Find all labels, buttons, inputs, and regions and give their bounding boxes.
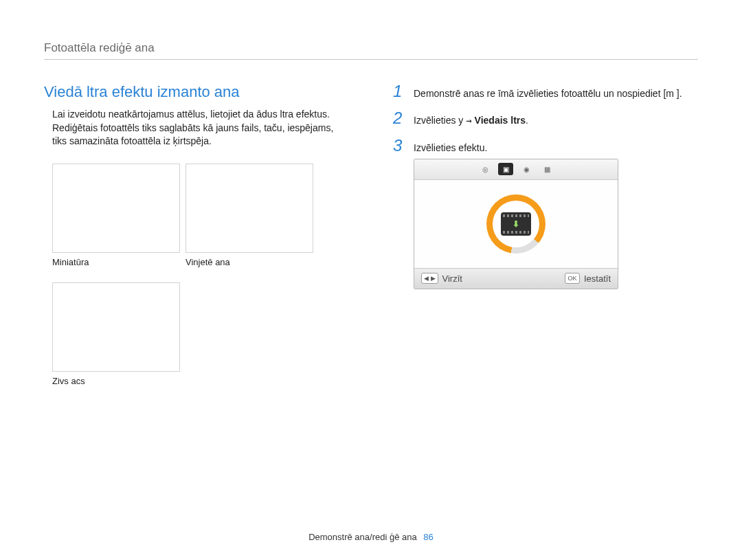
effect-thumbnail (52, 282, 180, 372)
effect-cell: Miniatūra (52, 164, 180, 267)
progress-ring-icon: ⬇ (486, 194, 546, 254)
download-arrow-icon: ⬇ (513, 219, 519, 229)
footer-left-label: Virzīt (442, 273, 462, 284)
effect-thumbnail (186, 164, 313, 253)
section-title: Viedā ltra efektu izmanto ana (44, 83, 349, 101)
step-text: Demonstrē anas re īmā izvēlieties fotoat… (414, 83, 682, 100)
left-column: Viedā ltra efektu izmanto ana Lai izveid… (44, 83, 349, 401)
step-list: 1 Demonstrē anas re īmā izvēlieties foto… (393, 83, 698, 155)
section-body: Lai izveidotu neatkārtojamus attēlus, li… (44, 108, 349, 148)
header-title: Fotoattēla rediģē ana (44, 41, 155, 54)
camera-top-toolbar: ◎ ▣ ◉ ▦ (414, 159, 618, 180)
page-number: 86 (423, 532, 433, 542)
step-text-b: . (526, 115, 528, 126)
camera-preview-area: ⬇ (414, 180, 618, 268)
right-column: 1 Demonstrē anas re īmā izvēlieties foto… (393, 83, 698, 401)
smart-filter-icon: ⬇ (501, 212, 531, 236)
ring-inner: ⬇ (493, 201, 539, 247)
step-text: Izvēlieties y → Viedais ltrs. (414, 110, 528, 127)
effect-cell: Vinjetē ana (186, 164, 313, 267)
step-number: 3 (393, 137, 404, 154)
step-bold: Viedais ltrs (472, 115, 526, 126)
mode-icon: ◉ (519, 163, 534, 175)
footer-text: Demonstrē ana/redi ģē ana (308, 532, 417, 542)
mode-icon-active: ▣ (498, 163, 513, 175)
content-columns: Viedā ltra efektu izmanto ana Lai izveid… (44, 83, 698, 401)
mode-icon: ▦ (539, 163, 554, 175)
page-header: Fotoattēla rediģē ana (44, 41, 698, 60)
step-text-a: Izvēlieties y (414, 115, 466, 126)
camera-footer-bar: ◀ ▶ Virzīt OK Iestatīt (414, 268, 618, 289)
page-footer: Demonstrē ana/redi ģē ana 86 (0, 532, 742, 542)
effect-label: Miniatūra (52, 257, 180, 267)
effect-label: Vinjetē ana (186, 257, 313, 267)
step-text: Izvēlieties efektu. (414, 137, 487, 155)
step-2: 2 Izvēlieties y → Viedais ltrs. (393, 110, 698, 127)
step-1: 1 Demonstrē anas re īmā izvēlieties foto… (393, 83, 698, 100)
ok-chip: OK (565, 273, 580, 284)
mode-icon: ◎ (477, 163, 493, 175)
effect-cell: Zivs acs (52, 282, 180, 386)
arrow-icon: → (466, 115, 471, 126)
effect-label: Zivs acs (52, 376, 180, 386)
step-number: 2 (393, 110, 404, 126)
footer-right-label: Iestatīt (584, 273, 611, 284)
effect-thumbnail-grid: Miniatūra Vinjetē ana Zivs acs (44, 164, 349, 401)
step-number: 1 (393, 83, 404, 100)
nav-arrows-chip: ◀ ▶ (421, 273, 438, 284)
camera-screen-mock: ◎ ▣ ◉ ▦ ⬇ ◀ ▶ Virzīt OK Ie (414, 159, 618, 289)
step-3: 3 Izvēlieties efektu. (393, 137, 698, 155)
effect-thumbnail (52, 164, 180, 253)
